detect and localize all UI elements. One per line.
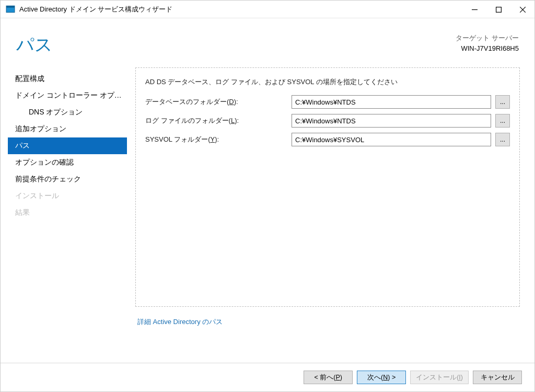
svg-rect-3 — [496, 7, 501, 12]
footer: < 前へ(P) 次へ(N) > インストール(I) キャンセル — [1, 363, 534, 391]
instruction-text: AD DS データベース、ログ ファイル、および SYSVOL の場所を指定して… — [145, 77, 510, 87]
window-title: Active Directory ドメイン サービス構成ウィザード — [19, 5, 462, 14]
target-server-block: ターゲット サーバー WIN-J7V19RI68H5 — [456, 33, 519, 53]
database-folder-input[interactable] — [292, 95, 491, 109]
sidebar-item-5[interactable]: オプションの確認 — [8, 154, 127, 171]
sidebar-item-8: 結果 — [8, 204, 127, 221]
sidebar-item-7: インストール — [8, 188, 127, 204]
cancel-button[interactable]: キャンセル — [473, 371, 522, 384]
page-title: パス — [16, 33, 456, 57]
body: 配置構成ドメイン コントローラー オプシ...DNS オプション追加オプションパ… — [1, 62, 534, 363]
window-controls — [462, 1, 534, 18]
field-row-log-folder: ログ ファイルのフォルダー(L):... — [145, 114, 510, 128]
sysvol-folder-label: SYSVOL フォルダー(Y): — [145, 135, 292, 144]
sysvol-folder-input[interactable] — [292, 133, 491, 146]
paths-panel: AD DS データベース、ログ ファイル、および SYSVOL の場所を指定して… — [135, 67, 520, 307]
wizard-window: Active Directory ドメイン サービス構成ウィザード パス ターゲ… — [0, 0, 535, 392]
install-button: インストール(I) — [410, 371, 469, 384]
sidebar-item-3[interactable]: 追加オプション — [8, 121, 127, 137]
log-folder-input[interactable] — [292, 114, 491, 128]
sidebar-item-1[interactable]: ドメイン コントローラー オプシ... — [8, 87, 127, 104]
log-folder-browse-button[interactable]: ... — [495, 114, 510, 128]
sidebar-item-4[interactable]: パス — [8, 137, 127, 154]
sysvol-folder-browse-button[interactable]: ... — [495, 133, 510, 146]
app-icon — [6, 5, 15, 14]
target-server-name: WIN-J7V19RI68H5 — [456, 43, 519, 54]
header: パス ターゲット サーバー WIN-J7V19RI68H5 — [1, 18, 534, 62]
sidebar-item-0[interactable]: 配置構成 — [8, 71, 127, 87]
field-row-sysvol-folder: SYSVOL フォルダー(Y):... — [145, 133, 510, 146]
more-info-link[interactable]: 詳細 Active Directory のパス — [137, 317, 520, 327]
next-button[interactable]: 次へ(N) > — [357, 371, 406, 384]
target-server-label: ターゲット サーバー — [456, 33, 519, 43]
field-row-database-folder: データベースのフォルダー(D):... — [145, 95, 510, 109]
prev-button[interactable]: < 前へ(P) — [304, 371, 353, 384]
sidebar-item-2[interactable]: DNS オプション — [8, 104, 127, 121]
svg-rect-1 — [6, 6, 15, 7]
minimize-button[interactable] — [462, 1, 486, 18]
sidebar: 配置構成ドメイン コントローラー オプシ...DNS オプション追加オプションパ… — [8, 67, 127, 363]
maximize-button[interactable] — [486, 1, 510, 18]
close-button[interactable] — [510, 1, 534, 18]
sidebar-item-6[interactable]: 前提条件のチェック — [8, 171, 127, 188]
main-area: AD DS データベース、ログ ファイル、および SYSVOL の場所を指定して… — [135, 67, 527, 363]
database-folder-browse-button[interactable]: ... — [495, 95, 510, 109]
database-folder-label: データベースのフォルダー(D): — [145, 97, 292, 107]
titlebar: Active Directory ドメイン サービス構成ウィザード — [1, 1, 534, 18]
log-folder-label: ログ ファイルのフォルダー(L): — [145, 116, 292, 125]
